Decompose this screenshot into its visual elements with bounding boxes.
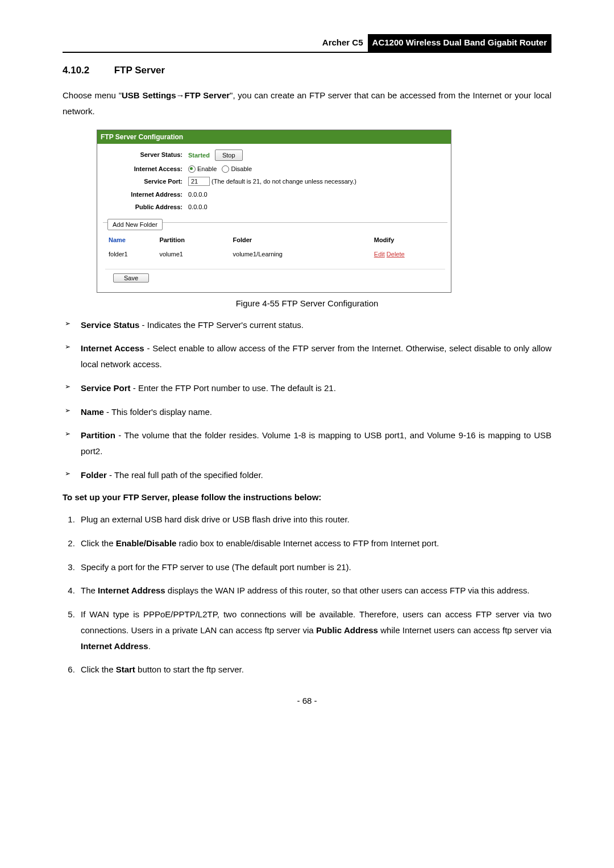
add-new-folder-button[interactable]: Add New Folder — [107, 219, 163, 231]
instructions-heading: To set up your FTP Server, please follow… — [63, 491, 551, 504]
col-modify: Modify — [374, 235, 442, 245]
list-item: The Internet Address displays the WAN IP… — [77, 583, 551, 599]
delete-link[interactable]: Delete — [387, 251, 405, 258]
section-number: 4.10.2 — [63, 63, 111, 78]
col-folder: Folder — [233, 235, 374, 245]
radio-disable-label: Disable — [231, 165, 252, 172]
header-product: AC1200 Wireless Dual Band Gigabit Router — [368, 34, 551, 52]
instruction-steps: Plug an external USB hard disk drive or … — [63, 512, 551, 678]
panel-title: FTP Server Configuration — [97, 130, 451, 144]
cell-partition: volume1 — [159, 250, 233, 259]
status-value: Started — [188, 152, 210, 159]
edit-link[interactable]: Edit — [374, 251, 385, 258]
internet-address-value: 0.0.0.0 — [188, 190, 447, 200]
radio-enable-label: Enable — [197, 165, 217, 172]
label-public-address: Public Address: — [103, 202, 188, 212]
list-item: Plug an external USB hard disk drive or … — [77, 512, 551, 528]
list-item: Service Port - Enter the FTP Port number… — [63, 380, 551, 396]
section-title: FTP Server — [114, 65, 165, 76]
label-internet-access: Internet Access: — [103, 164, 188, 174]
port-note: (The default is 21, do not change unless… — [211, 178, 356, 185]
service-port-input[interactable] — [188, 177, 210, 186]
list-item: Specify a port for the FTP server to use… — [77, 559, 551, 575]
label-server-status: Server Status: — [103, 150, 188, 160]
list-item: Service Status - Indicates the FTP Serve… — [63, 317, 551, 333]
list-item: Partition - The volume that the folder r… — [63, 427, 551, 459]
section-heading: 4.10.2 FTP Server — [63, 63, 551, 78]
label-internet-address: Internet Address: — [103, 190, 188, 200]
intro-paragraph: Choose menu "USB Settings→FTP Server", y… — [63, 88, 551, 119]
public-address-value: 0.0.0.0 — [188, 202, 447, 212]
table-row: folder1 volume1 volume1/Learning Edit De… — [103, 247, 447, 261]
list-item: Folder - The real full path of the speci… — [63, 467, 551, 483]
figure-caption: Figure 4-55 FTP Server Configuration — [63, 297, 551, 310]
radio-disable[interactable] — [222, 165, 229, 173]
list-item: Name - This folder's display name. — [63, 404, 551, 420]
list-item: If WAN type is PPPoE/PPTP/L2TP, two conn… — [77, 607, 551, 654]
stop-button[interactable]: Stop — [215, 149, 243, 161]
page-header: Archer C5 AC1200 Wireless Dual Band Giga… — [63, 34, 551, 53]
col-name: Name — [109, 235, 159, 245]
config-screenshot: FTP Server Configuration Server Status: … — [97, 130, 551, 293]
table-header: Name Partition Folder Modify — [103, 233, 447, 247]
list-item: Click the Start button to start the ftp … — [77, 662, 551, 678]
list-item: Internet Access - Select enable to allow… — [63, 340, 551, 372]
definition-list: Service Status - Indicates the FTP Serve… — [63, 317, 551, 483]
cell-folder: volume1/Learning — [233, 250, 374, 259]
radio-enable[interactable] — [188, 165, 196, 173]
header-model: Archer C5 — [318, 34, 368, 52]
page-number: - 68 - — [63, 695, 551, 708]
list-item: Click the Enable/Disable radio box to en… — [77, 535, 551, 551]
label-service-port: Service Port: — [103, 177, 188, 186]
col-partition: Partition — [159, 235, 233, 245]
cell-name: folder1 — [109, 250, 159, 259]
save-button[interactable]: Save — [113, 273, 149, 283]
page: Archer C5 AC1200 Wireless Dual Band Giga… — [0, 0, 614, 868]
